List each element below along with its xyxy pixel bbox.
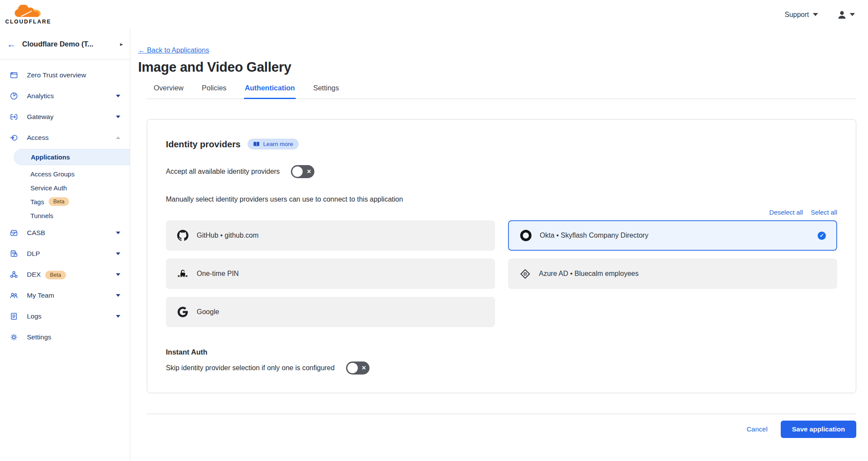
provider-label: GitHub • github.com <box>197 232 259 239</box>
account-name: Cloudflare Demo (T... <box>22 40 120 48</box>
dlp-icon <box>9 249 19 258</box>
support-menu[interactable]: Support <box>785 11 818 19</box>
toggle-off-x-icon: × <box>307 168 311 175</box>
sidebar-item-tags[interactable]: Tags Beta <box>0 195 130 209</box>
azure-ad-icon <box>519 269 531 279</box>
provider-label: Google <box>197 308 219 316</box>
sidebar-item-access[interactable]: Access <box>0 127 130 148</box>
tab-settings[interactable]: Settings <box>312 84 340 99</box>
support-label: Support <box>785 11 809 19</box>
main-content: ← Back to Applications Image and Video G… <box>130 29 868 461</box>
chevron-down-icon[interactable] <box>116 315 120 318</box>
instant-auth-label: Skip identity provider selection if only… <box>166 364 335 372</box>
book-icon <box>253 141 260 147</box>
chevron-up-icon[interactable] <box>116 136 120 139</box>
provider-tile-google[interactable]: Google <box>166 297 495 327</box>
chevron-down-icon[interactable] <box>116 232 120 234</box>
sidebar-item-settings[interactable]: Settings <box>0 327 130 348</box>
google-icon <box>177 307 189 317</box>
sidebar-item-access-groups[interactable]: Access Groups <box>0 167 130 181</box>
tab-bar: Overview Policies Authentication Setting… <box>147 84 856 99</box>
select-all-link[interactable]: Select all <box>811 209 837 216</box>
sidebar-item-dex[interactable]: DEXBeta <box>0 264 130 285</box>
provider-tile-azure-ad[interactable]: Azure AD • Bluecalm employees <box>508 259 837 289</box>
page-title: Image and Video Gallery <box>138 60 856 75</box>
overview-icon <box>9 71 19 80</box>
chevron-down-icon <box>850 13 855 16</box>
github-icon <box>177 230 189 241</box>
provider-grid: GitHub • github.com Okta • Skyflash Comp… <box>166 220 837 327</box>
app-root: CLOUDFLARE Support ← Cloudflare Demo (T.… <box>0 0 868 461</box>
account-switcher: ← Cloudflare Demo (T... ▸ <box>0 29 130 60</box>
cloudflare-wordmark: CLOUDFLARE <box>5 19 51 25</box>
toggle-off-x-icon: × <box>362 365 366 371</box>
sidebar-item-tunnels[interactable]: Tunnels <box>0 209 130 222</box>
provider-tile-okta[interactable]: Okta • Skyflash Company Directory ✓ <box>508 220 837 251</box>
topbar: CLOUDFLARE Support <box>0 0 868 29</box>
save-application-button[interactable]: Save application <box>781 421 856 438</box>
selected-check-icon: ✓ <box>818 232 826 240</box>
cancel-button[interactable]: Cancel <box>746 425 767 433</box>
access-icon <box>9 133 19 142</box>
okta-icon <box>520 230 531 241</box>
sidebar-item-gateway[interactable]: Gateway <box>0 106 130 127</box>
beta-badge: Beta <box>49 197 69 206</box>
toggle-knob <box>292 166 303 177</box>
chevron-down-icon[interactable] <box>116 116 120 118</box>
accept-all-label: Accept all available identity providers <box>166 168 280 176</box>
provider-label: Azure AD • Bluecalm employees <box>539 270 639 278</box>
sidebar-item-analytics[interactable]: Analytics <box>0 86 130 106</box>
instant-auth-heading: Instant Auth <box>166 348 837 356</box>
card-heading: Identity providers <box>166 139 241 149</box>
instant-auth-toggle[interactable]: × <box>346 362 370 375</box>
sidebar-item-zero-trust-overview[interactable]: Zero Trust overview <box>0 65 130 86</box>
accept-all-toggle[interactable]: × <box>291 165 314 178</box>
tab-overview[interactable]: Overview <box>153 84 185 99</box>
chevron-down-icon[interactable] <box>116 95 120 97</box>
back-arrow-icon[interactable]: ← <box>7 40 16 49</box>
provider-label: Okta • Skyflash Company Directory <box>540 232 648 239</box>
cloudflare-cloud-icon <box>13 5 43 18</box>
sidebar-nav: Zero Trust overview Analytics Gateway <box>0 60 130 348</box>
identity-providers-card: Identity providers Learn more Accept all… <box>147 119 856 393</box>
user-menu[interactable] <box>837 10 855 20</box>
back-to-applications-link[interactable]: ← Back to Applications <box>138 46 209 54</box>
sidebar-item-my-team[interactable]: My Team <box>0 285 130 306</box>
toggle-knob <box>347 363 358 373</box>
tab-authentication[interactable]: Authentication <box>244 84 296 99</box>
gateway-icon <box>9 113 19 121</box>
chevron-down-icon[interactable] <box>116 273 120 276</box>
learn-more-badge[interactable]: Learn more <box>248 139 299 149</box>
cloudflare-logo[interactable]: CLOUDFLARE <box>5 5 51 25</box>
chevron-down-icon[interactable] <box>116 294 120 297</box>
chevron-down-icon[interactable] <box>116 252 120 255</box>
sidebar-item-service-auth[interactable]: Service Auth <box>0 181 130 195</box>
sidebar-item-logs[interactable]: Logs <box>0 306 130 327</box>
one-time-pin-icon: **** <box>177 269 189 278</box>
provider-label: One-time PIN <box>197 270 239 278</box>
topbar-controls: Support <box>785 10 855 20</box>
chevron-right-icon[interactable]: ▸ <box>120 41 123 47</box>
provider-tile-one-time-pin[interactable]: **** One-time PIN <box>166 259 495 289</box>
sidebar-item-applications[interactable]: Applications <box>14 149 130 165</box>
sidebar-item-dlp[interactable]: DLP <box>0 243 130 264</box>
gear-icon <box>9 333 19 342</box>
team-icon <box>9 291 19 300</box>
manual-select-label: Manually select identity providers users… <box>166 196 837 203</box>
analytics-icon <box>9 92 19 100</box>
user-icon <box>837 10 847 20</box>
sidebar-item-casb[interactable]: CASB <box>0 222 130 243</box>
deselect-all-link[interactable]: Deselect all <box>769 209 803 216</box>
provider-tile-github[interactable]: GitHub • github.com <box>166 220 495 251</box>
dex-icon <box>9 270 19 279</box>
chevron-down-icon <box>813 13 818 16</box>
footer-actions: Cancel Save application <box>138 414 856 444</box>
sidebar: ← Cloudflare Demo (T... ▸ Zero Trust ove… <box>0 29 130 461</box>
tab-policies[interactable]: Policies <box>201 84 228 99</box>
casb-icon <box>9 229 19 237</box>
logs-icon <box>9 312 19 321</box>
beta-badge: Beta <box>45 271 66 279</box>
